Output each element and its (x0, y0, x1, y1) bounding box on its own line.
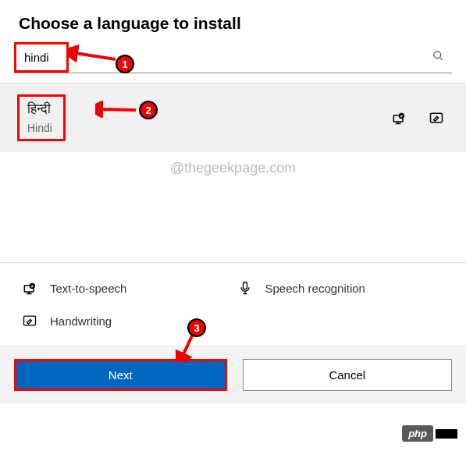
cancel-button[interactable]: Cancel (243, 359, 453, 391)
language-english-name: Hindi (27, 122, 52, 134)
legend-speech-label: Speech recognition (265, 282, 365, 295)
search-icon[interactable] (432, 50, 444, 65)
watermark-text: @thegeekpage.com (0, 152, 466, 223)
svg-point-0 (434, 52, 441, 59)
svg-line-8 (100, 109, 136, 110)
language-result-row[interactable]: हिन्दी Hindi 2 (0, 83, 466, 152)
php-box (435, 428, 458, 439)
annotation-frame-1 (14, 42, 69, 73)
annotation-frame-3: Next (14, 359, 227, 391)
search-input[interactable] (16, 44, 66, 70)
annotation-badge-2: 2 (139, 101, 158, 119)
search-container: 1 (0, 42, 466, 83)
language-native-name: हिन्दी (27, 101, 52, 117)
search-row (14, 42, 452, 73)
handwriting-capability-icon (429, 110, 444, 126)
annotation-arrow-2 (95, 101, 142, 118)
page-title: Choose a language to install (19, 14, 447, 33)
handwriting-icon (22, 313, 37, 329)
legend-handwriting: Handwriting (22, 313, 229, 329)
dialog-header: Choose a language to install (0, 0, 466, 42)
legend-handwriting-label: Handwriting (50, 314, 112, 328)
capabilities-legend: Text-to-speech Speech recognition Handwr… (0, 262, 466, 346)
tts-icon (22, 280, 37, 296)
svg-rect-13 (243, 282, 247, 290)
annotation-frame-2: हिन्दी Hindi (17, 94, 66, 141)
svg-line-1 (439, 57, 443, 60)
tts-capability-icon (391, 110, 407, 126)
microphone-icon (237, 280, 253, 296)
next-button[interactable]: Next (16, 361, 225, 389)
dialog-footer: Next Cancel 3 (0, 346, 466, 403)
legend-tts: Text-to-speech (22, 280, 229, 296)
php-watermark: php (402, 425, 458, 442)
capability-icons (391, 110, 444, 126)
legend-tts-label: Text-to-speech (50, 282, 126, 295)
legend-speech: Speech recognition (237, 280, 445, 296)
spacer (0, 223, 466, 262)
php-tag: php (402, 425, 433, 442)
